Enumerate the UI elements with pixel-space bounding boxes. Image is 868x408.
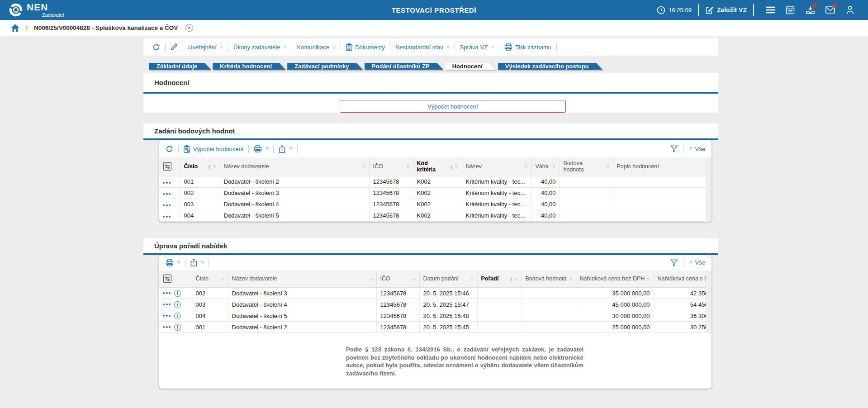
inbox-icon[interactable] (805, 5, 815, 15)
row-menu-icon[interactable] (163, 182, 171, 184)
table-row[interactable]: i 001 Dodavatel - školení 2 12345678 20.… (159, 322, 711, 333)
menu-komunikace[interactable]: Komunikace▽ (297, 44, 336, 51)
filter-down-icon[interactable]: ▽ (406, 165, 409, 169)
menu-nestandardni-stav[interactable]: Nestandardní stav▽ (395, 44, 450, 51)
table-row[interactable]: 003 Dodavatel - školení 4 12345678 K002 … (159, 199, 706, 210)
filter-down-icon[interactable]: ▽ (362, 165, 365, 169)
col-header-datum-podani[interactable]: Datum podání▽ (419, 270, 477, 288)
filter-down-icon[interactable]: ▽ (370, 277, 372, 281)
mail-icon[interactable] (825, 5, 835, 15)
menu-dokumenty[interactable]: Dokumenty (346, 43, 385, 51)
col-header-cena-s-dph[interactable]: Nabídková cena s DPH (654, 270, 711, 288)
col-header-cislo[interactable]: Číslo ↑▽ (180, 157, 220, 176)
refresh-icon[interactable] (166, 145, 173, 153)
filter-down-icon[interactable]: ▽ (455, 165, 458, 169)
filter-down-icon[interactable]: ▽ (515, 277, 517, 281)
row-menu-icon[interactable] (163, 326, 171, 328)
home-icon[interactable] (11, 24, 19, 32)
row-menu-icon[interactable] (163, 204, 171, 206)
menu-icon[interactable] (765, 5, 775, 15)
col-header-vaha[interactable]: Váha▽ (531, 157, 560, 176)
column-settings-header[interactable] (159, 270, 192, 288)
filter-preset-dropdown[interactable]: ▽ Vše (688, 146, 705, 152)
menu-sprava-vz[interactable]: Správa VZ▽ (460, 44, 494, 51)
filter-down-icon[interactable]: ▽ (606, 165, 609, 169)
export-icon[interactable]: ▽ (279, 145, 292, 153)
export-icon[interactable]: ▽ (190, 259, 204, 266)
row-menu-icon[interactable] (163, 193, 171, 195)
cell-poradi[interactable] (477, 322, 522, 333)
record-title[interactable]: N006/25/V00004828 - Splašková kanalizace… (34, 24, 178, 31)
edit-pencil-icon[interactable] (171, 43, 178, 51)
col-header-bodova-hodnota[interactable]: Bodová hodnota▽ (560, 157, 613, 176)
col-header-ico[interactable]: IČO▽ (369, 157, 413, 176)
filter-down-icon[interactable]: ▽ (553, 165, 555, 169)
col-header-ico[interactable]: IČO▽ (376, 270, 419, 288)
table-row[interactable]: i 002 Dodavatel - školení 3 12345678 20.… (159, 288, 711, 299)
col-header-popis-hodnoceni[interactable]: Popis hodnocení (613, 157, 706, 176)
cell-poradi[interactable] (477, 310, 522, 322)
col-header-poradi[interactable]: Pořadí ↑▽ (477, 270, 522, 288)
filter-icon[interactable] (670, 145, 678, 152)
filter-down-icon[interactable]: ▽ (213, 165, 216, 169)
tab-zakladni-udaje[interactable]: Základní údaje (149, 63, 211, 70)
table-scrollbar[interactable] (706, 157, 711, 221)
cell-popis[interactable] (613, 210, 706, 221)
cell-poradi[interactable] (477, 299, 522, 310)
filter-down-icon[interactable]: ▽ (647, 277, 650, 281)
filter-down-icon[interactable]: ▽ (413, 277, 415, 281)
row-menu-icon[interactable] (163, 216, 171, 218)
nen-brand[interactable]: NEN Zadavatel (8, 2, 64, 18)
table-scrollbar[interactable] (706, 270, 711, 333)
col-header-bodova-hodnota[interactable]: Bodová hodnota▽ (522, 270, 576, 288)
filter-down-icon[interactable]: ▽ (569, 277, 572, 281)
user-icon[interactable] (845, 5, 855, 15)
col-header-cislo[interactable]: Číslo▽ (192, 270, 228, 288)
refresh-icon[interactable] (152, 43, 160, 51)
cell-popis[interactable] (613, 199, 706, 210)
row-menu-icon[interactable] (163, 292, 171, 294)
table-row[interactable]: i 004 Dodavatel - školení 5 12345678 20.… (159, 310, 711, 322)
cell-poradi[interactable] (477, 288, 522, 299)
info-icon[interactable]: i (174, 313, 181, 319)
cell-bodova[interactable] (560, 187, 613, 199)
table-row[interactable]: 001 Dodavatel - školení 2 12345678 K002 … (159, 176, 706, 187)
filter-icon[interactable] (670, 259, 678, 266)
tab-vysledek[interactable]: Výsledek zadávacího postupu (498, 63, 602, 70)
print-icon[interactable]: ▽ (254, 145, 268, 152)
col-header-nazev-dodavatele[interactable]: Název dodavatele▽ (228, 270, 376, 288)
menu-tisk-zaznamu[interactable]: Tisk záznamu (504, 43, 551, 51)
tab-hodnoceni[interactable]: Hodnocení (445, 63, 496, 70)
create-vz-button[interactable]: Založit VZ (705, 6, 747, 14)
filter-down-icon[interactable]: ▽ (470, 277, 473, 281)
tab-zadavaci-podminky[interactable]: Zadávací podmínky (287, 63, 363, 70)
col-header-cena-bez-dph[interactable]: Nabídková cena bez DPH▽ (576, 270, 654, 288)
filter-down-icon[interactable]: ▽ (221, 277, 224, 281)
tab-kriteria-hodnoceni[interactable]: Kritéria hodnocení (213, 63, 285, 70)
menu-ukony-zadavatele[interactable]: Úkony zadavatele▽ (233, 44, 287, 51)
filter-down-icon[interactable]: ▽ (525, 165, 527, 169)
info-icon[interactable]: i (174, 290, 181, 297)
table-row[interactable]: i 003 Dodavatel - školení 4 12345678 20.… (159, 299, 711, 310)
close-icon[interactable]: ✕ (185, 24, 193, 32)
print-icon[interactable]: ▽ (166, 259, 180, 266)
filter-preset-dropdown[interactable]: ▽ Vše (688, 259, 705, 266)
col-header-kod-kriteria[interactable]: Kód kritéria ↑▽ (413, 157, 462, 176)
col-header-nazev[interactable]: Název▽ (462, 157, 531, 176)
cell-popis[interactable] (613, 176, 706, 187)
compute-evaluation-button[interactable]: Výpočet hodnocení (340, 100, 566, 113)
cell-popis[interactable] (613, 187, 706, 199)
info-icon[interactable]: i (174, 324, 181, 331)
cell-bodova[interactable] (560, 199, 613, 210)
menu-uverejneni[interactable]: Uveřejnění▽ (188, 44, 223, 51)
calendar-icon[interactable] (785, 5, 795, 15)
cell-bodova[interactable] (560, 210, 613, 221)
row-menu-icon[interactable] (163, 304, 171, 305)
tab-podani-ucastniku[interactable]: Podání účastníků ZP (365, 63, 443, 70)
cell-bodova[interactable] (560, 176, 613, 187)
compute-evaluation-toolbar-button[interactable]: Výpočet hodnocení (184, 145, 243, 153)
info-icon[interactable]: i (174, 301, 181, 308)
table-row[interactable]: 002 Dodavatel - školení 3 12345678 K002 … (159, 187, 706, 199)
row-menu-icon[interactable] (163, 315, 171, 317)
table-row[interactable]: 004 Dodavatel - školení 5 12345678 K002 … (159, 210, 706, 221)
